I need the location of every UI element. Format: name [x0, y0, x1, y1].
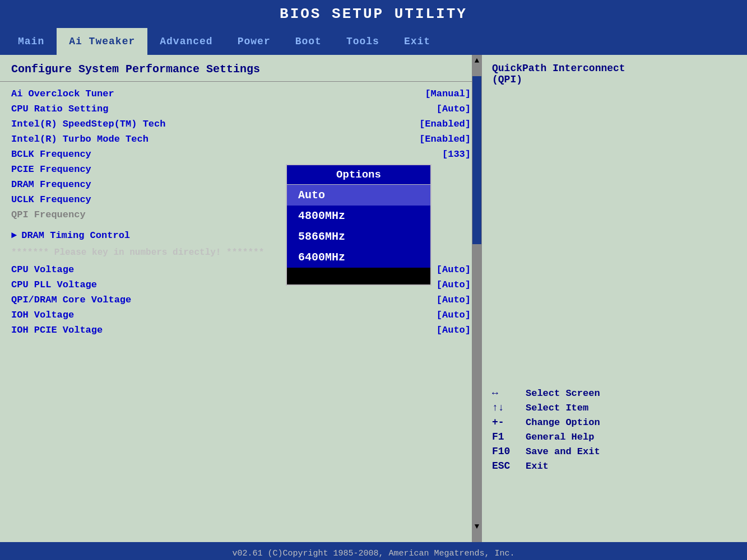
- menu-label: Intel(R) Turbo Mode Tech: [11, 134, 149, 144]
- menu-row[interactable]: BCLK Frequency[133]: [0, 147, 482, 162]
- menu-row[interactable]: Intel(R) Turbo Mode Tech[Enabled]: [0, 132, 482, 147]
- shortcut-desc: Exit: [526, 461, 549, 472]
- options-popup[interactable]: Options Auto4800MHz5866MHz6400MHz: [286, 164, 432, 286]
- shortcut-desc: Select Item: [526, 403, 588, 413]
- option-item[interactable]: 4800MHz: [287, 206, 430, 226]
- menu-label: BCLK Frequency: [11, 149, 91, 160]
- help-text-line2: (QPI): [492, 74, 522, 85]
- left-panel: Configure System Performance Settings Ai…: [0, 55, 482, 542]
- submenu-arrow: ►: [11, 230, 17, 241]
- shortcut-row: F1General Help: [492, 431, 737, 442]
- main-content: Configure System Performance Settings Ai…: [0, 55, 747, 542]
- scrollbar-arrow-down[interactable]: ▼: [475, 522, 479, 531]
- bios-title: BIOS SETUP UTILITY: [280, 6, 467, 22]
- menu-value: [Auto]: [437, 104, 471, 114]
- footer: v02.61 (C)Copyright 1985-2008, American …: [0, 542, 747, 560]
- shortcut-desc: General Help: [526, 432, 594, 442]
- option-item[interactable]: 6400MHz: [287, 247, 430, 268]
- shortcut-row: ↑↓Select Item: [492, 402, 737, 413]
- menu-label: CPU Ratio Setting: [11, 104, 108, 114]
- menu-row[interactable]: Intel(R) SpeedStep(TM) Tech[Enabled]: [0, 116, 482, 132]
- help-text-line1: QuickPath Interconnect: [492, 63, 625, 74]
- shortcut-row: F10Save and Exit: [492, 446, 737, 457]
- shortcut-key: ESC: [492, 460, 526, 472]
- menu-value: [Enabled]: [419, 134, 471, 144]
- nav-bar: MainAi TweakerAdvancedPowerBootToolsExit: [0, 28, 747, 55]
- option-item[interactable]: Auto: [287, 185, 430, 206]
- shortcut-key: ↑↓: [492, 402, 526, 413]
- shortcut-desc: Change Option: [526, 417, 600, 428]
- shortcut-key: F10: [492, 446, 526, 457]
- nav-tab-main[interactable]: Main: [6, 28, 57, 55]
- help-text: QuickPath Interconnect (QPI): [492, 63, 737, 85]
- menu-value: [Manual]: [425, 88, 471, 99]
- section-header: Configure System Performance Settings: [0, 55, 482, 82]
- title-bar: BIOS SETUP UTILITY: [0, 0, 747, 28]
- menu-row-voltage[interactable]: IOH PCIE Voltage[Auto]: [0, 323, 482, 338]
- shortcut-row: +-Change Option: [492, 417, 737, 428]
- scrollbar-arrow-up[interactable]: ▲: [475, 56, 479, 65]
- options-title: Options: [287, 165, 430, 185]
- shortcut-row: ESCExit: [492, 460, 737, 472]
- nav-tab-ai-tweaker[interactable]: Ai Tweaker: [57, 28, 147, 55]
- option-item[interactable]: 5866MHz: [287, 226, 430, 247]
- menu-row[interactable]: CPU Ratio Setting[Auto]: [0, 101, 482, 116]
- menu-row[interactable]: Ai Overclock Tuner[Manual]: [0, 86, 482, 101]
- nav-tab-boot[interactable]: Boot: [283, 28, 334, 55]
- submenu-label: DRAM Timing Control: [21, 230, 130, 241]
- shortcut-key: ↔: [492, 388, 526, 399]
- right-panel: QuickPath Interconnect (QPI) ↔Select Scr…: [482, 55, 747, 542]
- menu-row-voltage[interactable]: IOH Voltage[Auto]: [0, 307, 482, 323]
- nav-tab-power[interactable]: Power: [225, 28, 283, 55]
- options-list: Auto4800MHz5866MHz6400MHz: [287, 185, 430, 268]
- shortcut-desc: Select Screen: [526, 388, 600, 399]
- shortcut-key: F1: [492, 431, 526, 442]
- menu-label: Ai Overclock Tuner: [11, 88, 114, 99]
- menu-value: [133]: [442, 149, 471, 160]
- nav-tab-advanced[interactable]: Advanced: [147, 28, 225, 55]
- nav-tab-tools[interactable]: Tools: [334, 28, 392, 55]
- shortcut-desc: Save and Exit: [526, 446, 600, 457]
- shortcut-key: +-: [492, 417, 526, 428]
- menu-row-voltage[interactable]: QPI/DRAM Core Voltage[Auto]: [0, 292, 482, 307]
- nav-tab-exit[interactable]: Exit: [392, 28, 443, 55]
- popup-bottom: [287, 268, 430, 284]
- footer-text: v02.61 (C)Copyright 1985-2008, American …: [232, 549, 514, 558]
- scrollbar[interactable]: ▲ ▼: [472, 55, 482, 542]
- scrollbar-thumb[interactable]: [472, 76, 481, 244]
- menu-value: [Enabled]: [419, 119, 471, 129]
- shortcut-row: ↔Select Screen: [492, 388, 737, 399]
- menu-label: Intel(R) SpeedStep(TM) Tech: [11, 119, 165, 129]
- shortcuts: ↔Select Screen↑↓Select Item+-Change Opti…: [492, 388, 737, 475]
